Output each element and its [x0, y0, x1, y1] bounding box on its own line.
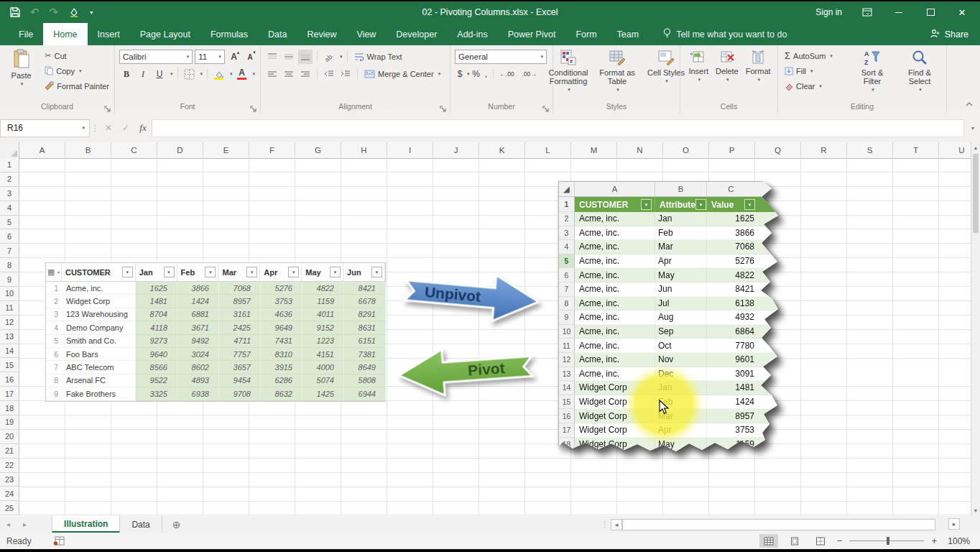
filter-icon[interactable]: ▼ — [330, 267, 341, 277]
clear-button[interactable]: Clear ▾ — [782, 78, 849, 93]
column-header-B[interactable]: B — [65, 142, 111, 158]
sign-in-button[interactable]: Sign in — [815, 7, 842, 17]
close-icon[interactable]: ✕ — [956, 6, 969, 19]
vertical-scrollbar[interactable]: ▲ ▼ — [971, 142, 980, 516]
tab-insert[interactable]: Insert — [88, 23, 130, 45]
paste-button[interactable]: Paste ▾ — [4, 48, 38, 101]
row-header-17[interactable]: 17 — [0, 387, 19, 401]
horizontal-scroll-thumb[interactable] — [622, 519, 935, 530]
font-size-select[interactable]: 11 ▾ — [195, 50, 224, 64]
row-header-23[interactable]: 23 — [0, 473, 19, 487]
font-color-icon[interactable]: A — [235, 67, 249, 81]
filter-icon[interactable]: ▼ — [744, 199, 755, 210]
zoom-in-icon[interactable]: + — [931, 535, 937, 546]
sheet-nav-left-icon[interactable]: ◂ — [0, 516, 17, 533]
zoom-level[interactable]: 100% — [944, 536, 970, 546]
scroll-up-icon[interactable]: ▲ — [971, 142, 980, 153]
column-header-M[interactable]: M — [571, 142, 617, 158]
align-top-icon[interactable] — [265, 50, 279, 64]
sort-filter-button[interactable]: AZ Sort & Filter ▾ — [849, 48, 896, 101]
page-break-view-icon[interactable] — [811, 534, 830, 548]
row-header-21[interactable]: 21 — [0, 444, 19, 459]
comma-format-icon[interactable]: , — [483, 67, 490, 81]
tab-page-layout[interactable]: Page Layout — [130, 23, 200, 45]
percent-format-icon[interactable]: % — [471, 67, 482, 81]
align-center-icon[interactable] — [282, 67, 296, 81]
tab-home[interactable]: Home — [43, 23, 87, 45]
column-header-C[interactable]: C — [707, 182, 782, 196]
insert-function-icon[interactable]: fx — [134, 120, 152, 137]
tab-form[interactable]: Form — [565, 23, 606, 45]
align-middle-icon[interactable] — [282, 50, 296, 64]
decrease-font-size-icon[interactable]: A▼ — [243, 50, 257, 64]
zoom-slider[interactable] — [849, 540, 924, 541]
row-header-6[interactable]: 6 — [0, 229, 19, 244]
copy-button[interactable]: Copy ▾ — [42, 63, 111, 78]
merge-center-button[interactable]: Merge & Center ▾ — [362, 67, 443, 82]
row-header-12[interactable]: 12 — [0, 316, 19, 330]
undo-icon[interactable]: ↶ — [30, 6, 40, 19]
row-header-7[interactable]: 7 — [0, 244, 19, 258]
qat-customize-icon[interactable]: ▾ — [90, 9, 93, 16]
fill-button[interactable]: Fill ▾ — [782, 63, 849, 78]
increase-indent-icon[interactable] — [338, 67, 353, 81]
autosum-button[interactable]: Σ AutoSum ▾ — [782, 48, 849, 63]
dialog-launcher-icon[interactable] — [542, 104, 550, 111]
formula-bar-handle[interactable]: ⋮ — [90, 124, 100, 133]
dialog-launcher-icon[interactable] — [250, 104, 258, 111]
fill-color-icon[interactable] — [212, 67, 226, 81]
column-header-L[interactable]: L — [525, 142, 571, 158]
delete-cells-button[interactable]: Delete ▾ — [713, 48, 741, 101]
collapse-ribbon-icon[interactable] — [966, 96, 973, 109]
minimize-icon[interactable] — [892, 6, 905, 19]
increase-decimal-icon[interactable]: ←.00 — [496, 67, 518, 81]
row-header-10[interactable]: 10 — [0, 287, 19, 301]
row-header-3[interactable]: 3 — [0, 187, 19, 201]
tell-me-box[interactable]: Tell me what you want to do — [663, 23, 787, 45]
column-header-J[interactable]: J — [433, 142, 479, 158]
filter-icon[interactable]: ▼ — [164, 267, 175, 277]
filter-icon[interactable]: ▼ — [122, 267, 133, 277]
tab-data[interactable]: Data — [258, 23, 297, 45]
dialog-launcher-icon[interactable] — [104, 104, 112, 111]
conditional-formatting-button[interactable]: ≠ Conditional Formatting ▾ — [545, 48, 592, 101]
column-header-G[interactable]: G — [295, 142, 341, 158]
scrollbar-resize-handle[interactable]: ⋮ — [601, 516, 608, 533]
underline-button[interactable]: U — [152, 67, 167, 81]
filter-icon[interactable]: ▼ — [695, 199, 706, 210]
cancel-icon[interactable]: ✕ — [100, 120, 117, 137]
column-header-A[interactable]: A — [575, 182, 655, 196]
row-header-20[interactable]: 20 — [0, 430, 19, 444]
sheet-tab-illustration[interactable]: Illustration — [52, 516, 120, 533]
row-header-22[interactable]: 22 — [0, 459, 19, 473]
row-header-5[interactable]: 5 — [0, 216, 19, 230]
wrap-text-button[interactable]: Wrap Text — [352, 50, 405, 65]
new-sheet-icon[interactable]: ⊕ — [172, 516, 181, 533]
format-cells-button[interactable]: Format ▾ — [743, 48, 774, 101]
increase-font-size-icon[interactable]: A▲ — [227, 50, 241, 64]
column-header-D[interactable]: D — [157, 142, 203, 158]
redo-icon[interactable]: ↷ — [50, 6, 59, 19]
column-header-E[interactable]: E — [203, 142, 249, 158]
expand-formula-bar-icon[interactable]: ▾ — [967, 125, 979, 132]
column-header-B[interactable]: B — [655, 182, 707, 196]
decrease-decimal-icon[interactable]: .00→ — [519, 67, 540, 81]
dialog-launcher-icon[interactable] — [440, 104, 448, 111]
horizontal-scrollbar[interactable]: ◂ — [611, 518, 935, 530]
insert-cells-button[interactable]: Insert ▾ — [685, 48, 711, 101]
row-header-14[interactable]: 14 — [0, 344, 19, 359]
name-box[interactable]: R16 ▾ — [0, 119, 90, 137]
row-header-4[interactable]: 4 — [0, 201, 19, 216]
column-header-U[interactable]: U — [939, 142, 971, 158]
filter-icon[interactable]: ▼ — [246, 267, 257, 277]
filter-icon[interactable]: ▼ — [641, 199, 652, 210]
scroll-left-icon[interactable]: ◂ — [611, 519, 622, 530]
row-header-1[interactable]: 1 — [0, 158, 19, 172]
column-header-C[interactable]: C — [111, 142, 157, 158]
formula-input[interactable] — [152, 119, 964, 137]
cut-button[interactable]: ✂ Cut — [42, 48, 111, 63]
find-select-button[interactable]: Find & Select ▾ — [896, 48, 943, 101]
align-left-icon[interactable] — [265, 67, 279, 81]
column-header-A[interactable]: A — [19, 142, 65, 158]
orientation-icon[interactable]: ab — [322, 50, 336, 64]
